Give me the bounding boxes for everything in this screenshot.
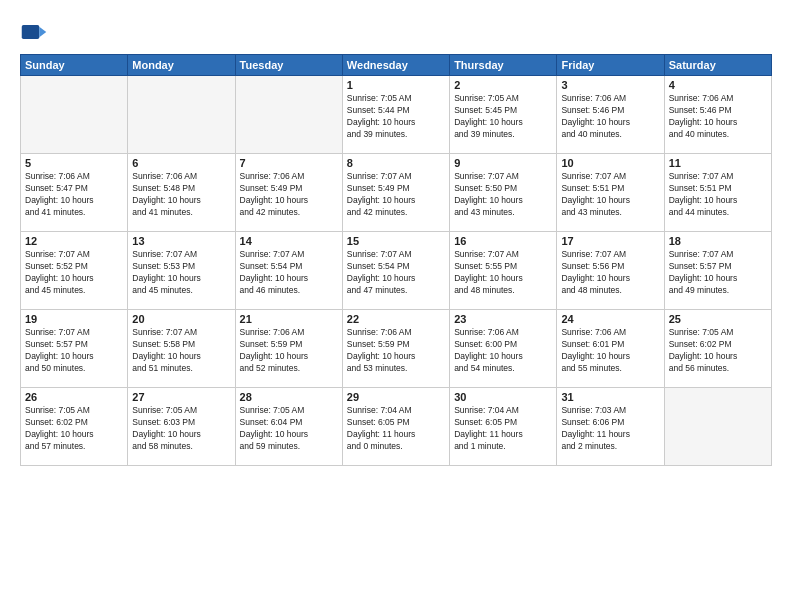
calendar-cell-1-3: 8Sunrise: 7:07 AM Sunset: 5:49 PM Daylig… (342, 154, 449, 232)
cell-info: Sunrise: 7:06 AM Sunset: 5:47 PM Dayligh… (25, 171, 123, 219)
day-number: 16 (454, 235, 552, 247)
day-number: 27 (132, 391, 230, 403)
calendar-cell-3-6: 25Sunrise: 7:05 AM Sunset: 6:02 PM Dayli… (664, 310, 771, 388)
logo-icon (20, 18, 48, 46)
day-number: 21 (240, 313, 338, 325)
day-number: 14 (240, 235, 338, 247)
calendar-cell-3-1: 20Sunrise: 7:07 AM Sunset: 5:58 PM Dayli… (128, 310, 235, 388)
cell-info: Sunrise: 7:07 AM Sunset: 5:57 PM Dayligh… (669, 249, 767, 297)
cell-info: Sunrise: 7:06 AM Sunset: 6:00 PM Dayligh… (454, 327, 552, 375)
weekday-tuesday: Tuesday (235, 55, 342, 76)
calendar-cell-0-2 (235, 76, 342, 154)
weekday-friday: Friday (557, 55, 664, 76)
day-number: 4 (669, 79, 767, 91)
cell-info: Sunrise: 7:06 AM Sunset: 5:49 PM Dayligh… (240, 171, 338, 219)
day-number: 30 (454, 391, 552, 403)
week-row-0: 1Sunrise: 7:05 AM Sunset: 5:44 PM Daylig… (21, 76, 772, 154)
header (20, 18, 772, 46)
cell-info: Sunrise: 7:05 AM Sunset: 6:03 PM Dayligh… (132, 405, 230, 453)
weekday-thursday: Thursday (450, 55, 557, 76)
cell-info: Sunrise: 7:07 AM Sunset: 5:51 PM Dayligh… (669, 171, 767, 219)
day-number: 2 (454, 79, 552, 91)
day-number: 26 (25, 391, 123, 403)
cell-info: Sunrise: 7:07 AM Sunset: 5:51 PM Dayligh… (561, 171, 659, 219)
cell-info: Sunrise: 7:06 AM Sunset: 5:59 PM Dayligh… (347, 327, 445, 375)
calendar-cell-1-4: 9Sunrise: 7:07 AM Sunset: 5:50 PM Daylig… (450, 154, 557, 232)
cell-info: Sunrise: 7:06 AM Sunset: 6:01 PM Dayligh… (561, 327, 659, 375)
cell-info: Sunrise: 7:06 AM Sunset: 5:46 PM Dayligh… (561, 93, 659, 141)
day-number: 6 (132, 157, 230, 169)
calendar-cell-0-0 (21, 76, 128, 154)
calendar-cell-4-5: 31Sunrise: 7:03 AM Sunset: 6:06 PM Dayli… (557, 388, 664, 466)
calendar-cell-2-1: 13Sunrise: 7:07 AM Sunset: 5:53 PM Dayli… (128, 232, 235, 310)
weekday-saturday: Saturday (664, 55, 771, 76)
cell-info: Sunrise: 7:05 AM Sunset: 6:02 PM Dayligh… (669, 327, 767, 375)
calendar-table: SundayMondayTuesdayWednesdayThursdayFrid… (20, 54, 772, 466)
cell-info: Sunrise: 7:05 AM Sunset: 5:45 PM Dayligh… (454, 93, 552, 141)
calendar-cell-3-4: 23Sunrise: 7:06 AM Sunset: 6:00 PM Dayli… (450, 310, 557, 388)
cell-info: Sunrise: 7:06 AM Sunset: 5:48 PM Dayligh… (132, 171, 230, 219)
day-number: 5 (25, 157, 123, 169)
cell-info: Sunrise: 7:04 AM Sunset: 6:05 PM Dayligh… (347, 405, 445, 453)
day-number: 28 (240, 391, 338, 403)
calendar-cell-4-1: 27Sunrise: 7:05 AM Sunset: 6:03 PM Dayli… (128, 388, 235, 466)
weekday-sunday: Sunday (21, 55, 128, 76)
calendar-cell-4-2: 28Sunrise: 7:05 AM Sunset: 6:04 PM Dayli… (235, 388, 342, 466)
week-row-4: 26Sunrise: 7:05 AM Sunset: 6:02 PM Dayli… (21, 388, 772, 466)
calendar-cell-2-5: 17Sunrise: 7:07 AM Sunset: 5:56 PM Dayli… (557, 232, 664, 310)
cell-info: Sunrise: 7:07 AM Sunset: 5:57 PM Dayligh… (25, 327, 123, 375)
day-number: 3 (561, 79, 659, 91)
logo (20, 18, 52, 46)
day-number: 19 (25, 313, 123, 325)
day-number: 18 (669, 235, 767, 247)
day-number: 10 (561, 157, 659, 169)
calendar-cell-2-6: 18Sunrise: 7:07 AM Sunset: 5:57 PM Dayli… (664, 232, 771, 310)
day-number: 29 (347, 391, 445, 403)
calendar-cell-4-4: 30Sunrise: 7:04 AM Sunset: 6:05 PM Dayli… (450, 388, 557, 466)
week-row-1: 5Sunrise: 7:06 AM Sunset: 5:47 PM Daylig… (21, 154, 772, 232)
day-number: 8 (347, 157, 445, 169)
cell-info: Sunrise: 7:07 AM Sunset: 5:54 PM Dayligh… (347, 249, 445, 297)
calendar-cell-0-6: 4Sunrise: 7:06 AM Sunset: 5:46 PM Daylig… (664, 76, 771, 154)
cell-info: Sunrise: 7:05 AM Sunset: 6:04 PM Dayligh… (240, 405, 338, 453)
calendar-cell-1-6: 11Sunrise: 7:07 AM Sunset: 5:51 PM Dayli… (664, 154, 771, 232)
day-number: 24 (561, 313, 659, 325)
weekday-monday: Monday (128, 55, 235, 76)
cell-info: Sunrise: 7:07 AM Sunset: 5:55 PM Dayligh… (454, 249, 552, 297)
day-number: 11 (669, 157, 767, 169)
cell-info: Sunrise: 7:07 AM Sunset: 5:58 PM Dayligh… (132, 327, 230, 375)
calendar-cell-2-2: 14Sunrise: 7:07 AM Sunset: 5:54 PM Dayli… (235, 232, 342, 310)
day-number: 13 (132, 235, 230, 247)
calendar-cell-3-2: 21Sunrise: 7:06 AM Sunset: 5:59 PM Dayli… (235, 310, 342, 388)
calendar-cell-1-5: 10Sunrise: 7:07 AM Sunset: 5:51 PM Dayli… (557, 154, 664, 232)
calendar-cell-3-0: 19Sunrise: 7:07 AM Sunset: 5:57 PM Dayli… (21, 310, 128, 388)
cell-info: Sunrise: 7:04 AM Sunset: 6:05 PM Dayligh… (454, 405, 552, 453)
svg-rect-0 (22, 25, 40, 39)
cell-info: Sunrise: 7:07 AM Sunset: 5:53 PM Dayligh… (132, 249, 230, 297)
calendar-cell-2-4: 16Sunrise: 7:07 AM Sunset: 5:55 PM Dayli… (450, 232, 557, 310)
cell-info: Sunrise: 7:03 AM Sunset: 6:06 PM Dayligh… (561, 405, 659, 453)
cell-info: Sunrise: 7:07 AM Sunset: 5:54 PM Dayligh… (240, 249, 338, 297)
calendar-cell-0-4: 2Sunrise: 7:05 AM Sunset: 5:45 PM Daylig… (450, 76, 557, 154)
calendar-cell-2-3: 15Sunrise: 7:07 AM Sunset: 5:54 PM Dayli… (342, 232, 449, 310)
calendar-cell-0-1 (128, 76, 235, 154)
calendar-cell-1-2: 7Sunrise: 7:06 AM Sunset: 5:49 PM Daylig… (235, 154, 342, 232)
week-row-2: 12Sunrise: 7:07 AM Sunset: 5:52 PM Dayli… (21, 232, 772, 310)
calendar-cell-3-3: 22Sunrise: 7:06 AM Sunset: 5:59 PM Dayli… (342, 310, 449, 388)
day-number: 25 (669, 313, 767, 325)
cell-info: Sunrise: 7:07 AM Sunset: 5:49 PM Dayligh… (347, 171, 445, 219)
calendar-cell-1-0: 5Sunrise: 7:06 AM Sunset: 5:47 PM Daylig… (21, 154, 128, 232)
calendar-cell-3-5: 24Sunrise: 7:06 AM Sunset: 6:01 PM Dayli… (557, 310, 664, 388)
day-number: 7 (240, 157, 338, 169)
day-number: 12 (25, 235, 123, 247)
cell-info: Sunrise: 7:07 AM Sunset: 5:52 PM Dayligh… (25, 249, 123, 297)
calendar-cell-0-5: 3Sunrise: 7:06 AM Sunset: 5:46 PM Daylig… (557, 76, 664, 154)
cell-info: Sunrise: 7:06 AM Sunset: 5:46 PM Dayligh… (669, 93, 767, 141)
day-number: 9 (454, 157, 552, 169)
cell-info: Sunrise: 7:05 AM Sunset: 5:44 PM Dayligh… (347, 93, 445, 141)
weekday-wednesday: Wednesday (342, 55, 449, 76)
day-number: 17 (561, 235, 659, 247)
day-number: 31 (561, 391, 659, 403)
cell-info: Sunrise: 7:07 AM Sunset: 5:56 PM Dayligh… (561, 249, 659, 297)
weekday-header-row: SundayMondayTuesdayWednesdayThursdayFrid… (21, 55, 772, 76)
